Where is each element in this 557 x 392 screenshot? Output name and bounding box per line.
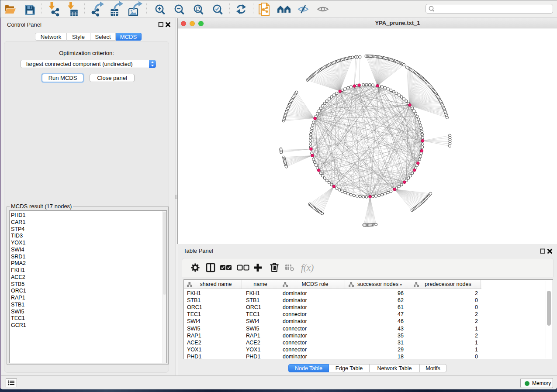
svg-text:f(x): f(x)	[301, 262, 314, 273]
